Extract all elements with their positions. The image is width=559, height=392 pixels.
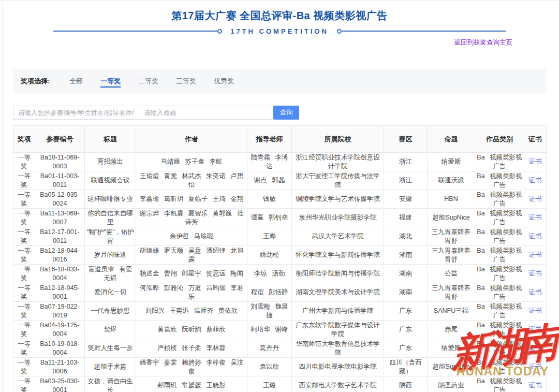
category-cell: Ba 视频类影视广告 (475, 246, 524, 265)
table-row: 一等奖 Ba12-18-044-0016 岁月的味道 胡德雄 罗天顺 吴意 潘绍… (13, 246, 547, 265)
table-row: 一等奖 Ba01-11-003-0011 联通视频会议 王瑜煊 黄觉 林武杰 朱… (13, 171, 547, 190)
table-row: 一等奖 Ba11-21-103-0006 超能手术篇 姚香宇 姜棠 赖娉婷 李梓… (13, 358, 547, 376)
region-cell: 湖南 (384, 246, 428, 265)
certificate-link[interactable]: 证书 (529, 382, 542, 389)
award-cell: 一等奖 (13, 283, 35, 302)
certificate-link[interactable]: 证书 (529, 251, 542, 258)
school-cell: 湖南文理学院美术与设计学院 (292, 283, 384, 302)
certificate-cell: 证书 (524, 283, 547, 302)
ring-icon-right (337, 29, 342, 34)
advisors-cell: 李琼 汤劲 (247, 265, 292, 283)
award-cell: 一等奖 (13, 339, 35, 358)
topic-cell: 纳爱斯 (428, 339, 475, 358)
work-title-cell: 超能手术篇 (85, 358, 136, 376)
award-cell: 一等奖 (13, 302, 35, 321)
school-cell: 铜陵学院文学与艺术传媒学院 (292, 190, 384, 209)
certificate-cell: 证书 (524, 358, 547, 376)
work-title-cell: 女孩，请自由生长 (85, 376, 136, 392)
school-cell: 浙江经贸职业技术学院创意设计学院 (292, 153, 384, 171)
certificate-link[interactable]: 证书 (529, 307, 542, 314)
authors-cell: 杨述金 曹翔 郎星宇 贺思远 梅闻 (136, 265, 247, 283)
entry-code-cell: Ba10-19-018-0004 (35, 339, 85, 358)
certificate-link[interactable]: 证书 (529, 233, 542, 240)
region-cell: 浙江 (384, 171, 428, 190)
region-cell: 四川（含西藏） (384, 358, 428, 376)
certificate-link[interactable]: 证书 (529, 158, 542, 165)
certificate-cell: 证书 (524, 321, 547, 339)
category-cell: Ba 视频类影视广告 (475, 190, 524, 209)
divider-line-left (53, 31, 217, 32)
award-filter-option[interactable]: 全部 (69, 77, 83, 86)
school-cell: 浙大宁波理工学院传媒与法学院 (292, 171, 384, 190)
certificate-cell: 证书 (524, 265, 547, 283)
work-title-cell: 联通视频会议 (85, 171, 136, 190)
column-header: 作者 (136, 126, 247, 153)
search-button[interactable]: 查询 (273, 106, 299, 120)
advisors-cell: 姚劲松 (247, 246, 292, 265)
region-cell: 湖南 (384, 265, 428, 283)
category-cell: Ba 视频类影视广告 (475, 283, 524, 302)
authors-cell: 姚香宇 姜棠 赖娉婷 李梓俊 吴汶俊 (136, 358, 247, 376)
advisors-cell: 袁以欣 (247, 358, 292, 376)
certificate-link[interactable]: 证书 (529, 214, 542, 221)
entry-code-cell: Ba05-12-035-0024 (35, 190, 85, 209)
table-row: 一等奖 Ba10-19-018-0004 笑对人生每一步 严桢桢 张子柔 李林蓉… (13, 339, 547, 358)
region-cell: 湖南 (384, 283, 428, 302)
entry-code-cell: Ba07-19-022-0019 (35, 302, 85, 321)
authors-cell: 刘阳兴 王奕迅 温师齐 黄依欣 (136, 302, 247, 321)
certificate-link[interactable]: 证书 (529, 270, 542, 277)
authors-cell: 马靖嫚 苏子童 李航 (136, 153, 247, 171)
work-title-cell: 契烬 (85, 321, 136, 339)
category-cell: Ba 视频类影视广告 (475, 153, 524, 171)
work-title-cell: 育招频出 (85, 153, 136, 171)
work-title-cell: 笑对人生每一步 (85, 339, 136, 358)
category-cell: Ba 视频类影视广告 (475, 321, 524, 339)
authors-cell: 郏雨琪 常媛媛 王晓彤 (136, 376, 247, 392)
certificate-cell: 证书 (524, 246, 547, 265)
authors-cell: 黄嘉欣 阮昕韵 蔡菲欣 (136, 321, 247, 339)
table-header-row: 奖项参赛编号标题作者指导老师所属院校赛区命题作品类别证书 (13, 126, 547, 153)
search-row: 查询 (13, 106, 546, 120)
advisors-cell: 谢点 郭晶 (247, 171, 292, 190)
entry-code-cell: Ba03-25-030-0001 (35, 376, 85, 392)
divider-line-right (342, 31, 506, 32)
authors-cell: 严桢桢 张子柔 李林蓉 (136, 339, 247, 358)
certificate-link[interactable]: 证书 (529, 195, 542, 202)
award-filter-option[interactable]: 一等奖 (100, 77, 121, 88)
category-cell: Ba 视频类影视广告 (475, 171, 524, 190)
certificate-cell: 证书 (524, 227, 547, 246)
award-filter-option[interactable]: 二等奖 (138, 77, 158, 86)
certificate-link[interactable]: 证书 (529, 288, 542, 296)
advisors-cell: 陆青霜 李博达 (247, 153, 292, 171)
category-cell: Ba 视频类影视广告 (475, 265, 524, 283)
certificate-link[interactable]: 证书 (529, 363, 542, 370)
authors-cell: 谢宗烨 李凯霖 夏智乐 黄郭巍 范诗芳 (136, 209, 247, 227)
filter-options: 全部一等奖二等奖三等奖优秀奖 (69, 76, 252, 86)
award-filter-option[interactable]: 三等奖 (176, 77, 196, 86)
column-header: 所属院校 (292, 126, 384, 153)
certificate-link[interactable]: 证书 (529, 326, 542, 333)
region-cell: 浙江 (384, 153, 428, 171)
topic-cell: 纳爱斯 (428, 153, 475, 171)
topic-cell: 赤尾 (428, 321, 475, 339)
table-row: 一等奖 Ba05-12-035-0024 这杯咖啡很专业 李鑫瑜 葛昕玥 夏临子… (13, 190, 547, 209)
table-row: 一等奖 Ba11-13-069-0007 你的自信来自哪里 谢宗烨 李凯霖 夏智… (13, 209, 547, 227)
column-header: 参赛编号 (35, 126, 85, 153)
award-filter-option[interactable]: 优秀奖 (214, 77, 234, 86)
certificate-link[interactable]: 证书 (529, 177, 542, 184)
award-cell: 一等奖 (13, 171, 35, 190)
category-cell: Ba 视频类影视广告 (475, 358, 524, 376)
category-cell: Ba 视频类影视广告 (475, 209, 524, 227)
certificate-link[interactable]: 证书 (529, 344, 542, 352)
topic-cell: SANFU三福 (428, 302, 475, 321)
certificate-cell: 证书 (524, 339, 547, 358)
category-cell: Ba 视频类影视广告 (475, 376, 524, 392)
keyword-search-input[interactable] (13, 106, 139, 120)
award-cell: 一等奖 (13, 209, 35, 227)
subtitle: 17TH COMPETITION (222, 27, 337, 35)
column-header: 指导老师 (247, 126, 292, 153)
topic-search-input[interactable] (139, 106, 273, 120)
work-title-cell: 一代奇思妙想 (85, 302, 136, 321)
school-cell: 武汉大学艺术学院 (292, 227, 384, 246)
back-to-home-link[interactable]: 返回到获奖查询主页 (454, 39, 513, 46)
